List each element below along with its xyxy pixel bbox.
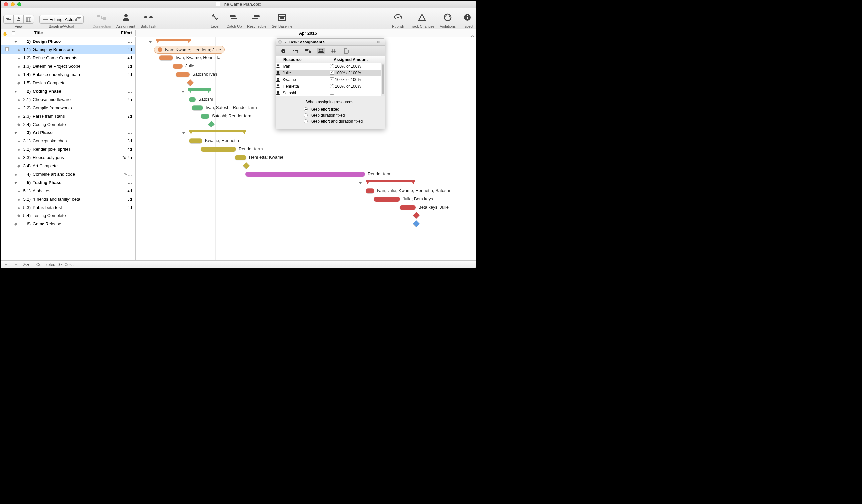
disclosure-icon[interactable] <box>11 114 20 119</box>
task-title[interactable]: Game Release <box>32 222 118 226</box>
task-effort[interactable]: 4d <box>118 188 135 193</box>
disclosure-icon[interactable] <box>11 130 20 135</box>
disclosure-icon[interactable] <box>11 197 20 201</box>
disclosure-icon[interactable] <box>11 180 20 185</box>
gantt-bar[interactable] <box>400 205 416 210</box>
task-title[interactable]: Determine Project Scope <box>32 64 118 69</box>
task-title[interactable]: Public beta test <box>32 205 118 210</box>
radio-icon[interactable] <box>304 119 308 123</box>
disclosure-icon[interactable] <box>11 147 20 152</box>
task-effort[interactable]: 2d <box>118 205 135 210</box>
baseline-dropdown[interactable]: Editing: Actual <box>39 15 84 24</box>
task-effort[interactable]: … <box>118 180 135 185</box>
task-effort[interactable]: … <box>118 39 135 44</box>
disclosure-icon[interactable] <box>11 138 20 143</box>
catch-up-button[interactable]: Catch Up <box>226 11 242 28</box>
task-title[interactable]: Refine Game Concepts <box>32 55 118 61</box>
task-row[interactable]: 1.2)Refine Game Concepts4d <box>1 54 135 62</box>
gantt-group-bar[interactable] <box>188 88 210 93</box>
task-effort[interactable]: 2d 4h <box>118 155 135 160</box>
task-title[interactable]: Testing Complete <box>32 213 118 218</box>
level-button[interactable]: Level <box>209 11 221 28</box>
title-column[interactable]: Title <box>17 30 111 36</box>
gantt-bar[interactable] <box>176 72 190 77</box>
inspect-button[interactable]: Inspect <box>461 11 473 28</box>
effort-column[interactable]: Effort <box>111 30 135 36</box>
split-task-button[interactable]: Split Task <box>141 11 156 28</box>
disclosure-icon[interactable] <box>11 172 20 177</box>
task-title[interactable]: Art Complete <box>32 163 118 168</box>
inspector-resource-row[interactable]: Ivan100% of 100% <box>276 63 381 70</box>
gantt-group-disclosure[interactable] <box>359 180 362 185</box>
task-row[interactable]: 5)Testing Phase… <box>1 178 135 187</box>
task-row[interactable]: 1)Design Phase… <box>1 37 135 45</box>
add-button[interactable]: ＋ <box>3 262 9 268</box>
publish-button[interactable]: Publish <box>392 11 404 28</box>
task-row[interactable]: 6)Game Release <box>1 220 135 228</box>
disclosure-icon[interactable] <box>11 39 20 44</box>
inspector-resource-list[interactable]: Ivan100% of 100%Julie100% of 100%Kwame10… <box>276 63 385 96</box>
gantt-bar[interactable] <box>173 64 183 69</box>
inspector-tab-assignments-icon[interactable] <box>317 48 325 54</box>
gantt-bar[interactable] <box>159 55 173 61</box>
task-row[interactable]: 5.3)Public beta test2d <box>1 203 135 212</box>
task-row[interactable]: 1.4)Balance underlying math2d <box>1 70 135 79</box>
task-effort[interactable]: 1d <box>118 64 135 69</box>
gantt-bar[interactable] <box>189 138 202 143</box>
resource-checkbox[interactable] <box>329 64 335 69</box>
disclosure-icon[interactable] <box>11 64 20 69</box>
inspector-close-icon[interactable] <box>278 40 282 44</box>
task-title[interactable]: Alpha test <box>32 188 118 193</box>
disclosure-icon[interactable] <box>11 105 20 110</box>
task-row[interactable]: 2)Coding Phase… <box>1 87 135 95</box>
inspector-col-resource[interactable]: Resource <box>276 57 329 62</box>
task-row[interactable]: 5.1)Alpha test4d <box>1 187 135 195</box>
gantt-bar[interactable] <box>235 155 246 160</box>
task-row[interactable]: 1.5)Design Complete <box>1 79 135 87</box>
task-row[interactable]: 3.4)Art Complete <box>1 162 135 170</box>
task-title[interactable]: Coding Phase <box>32 89 118 94</box>
disclosure-icon[interactable] <box>11 55 20 61</box>
disclosure-icon[interactable] <box>11 97 20 102</box>
inspector-opt-effort[interactable]: Keep effort fixed <box>280 106 380 112</box>
inspector-tab-notes-icon[interactable] <box>342 48 350 54</box>
gantt-bar[interactable] <box>374 197 400 201</box>
disclosure-icon[interactable] <box>11 213 20 218</box>
task-title[interactable]: Balance underlying math <box>32 72 118 77</box>
inspector-tab-info-icon[interactable] <box>279 48 287 54</box>
task-effort[interactable]: … <box>118 89 135 94</box>
gantt-group-disclosure[interactable] <box>182 89 184 94</box>
task-row[interactable]: 1.1)Gameplay Brainstorm2d <box>1 45 135 54</box>
gantt-milestone[interactable] <box>187 79 194 86</box>
inspector-tab-custom-icon[interactable] <box>330 48 338 54</box>
task-effort[interactable]: 4h <box>118 97 135 102</box>
task-effort[interactable]: 2d <box>118 72 135 77</box>
task-title[interactable]: Testing Phase <box>32 180 118 185</box>
inspector-opt-duration[interactable]: Keep duration fixed <box>280 112 380 118</box>
task-row[interactable]: 4)Combine art and code> … <box>1 170 135 178</box>
task-effort[interactable]: > … <box>118 172 135 177</box>
assignment-button[interactable]: Assignment <box>116 11 135 28</box>
disclosure-icon[interactable] <box>11 89 20 94</box>
gantt-bar[interactable] <box>245 172 365 177</box>
view-calendar-icon[interactable] <box>24 15 34 23</box>
radio-icon[interactable] <box>304 107 308 111</box>
radio-icon[interactable] <box>304 113 308 117</box>
task-effort[interactable]: 4d <box>118 55 135 61</box>
view-resource-icon[interactable] <box>14 15 24 23</box>
task-row[interactable]: 5.2)“Friends and family” beta3d <box>1 195 135 203</box>
task-effort[interactable]: 3d <box>118 197 135 201</box>
gantt-group-bar[interactable] <box>189 130 246 134</box>
inspector-resource-row[interactable]: Satoshi <box>276 90 381 96</box>
track-changes-button[interactable]: Track Changes <box>410 11 434 28</box>
disclosure-icon[interactable] <box>11 188 20 193</box>
disclosure-icon[interactable] <box>11 163 20 168</box>
view-gantt-icon[interactable] <box>4 15 14 23</box>
task-title[interactable]: Compile frameworks <box>32 105 118 110</box>
resource-checkbox[interactable] <box>329 91 335 96</box>
gantt-milestone[interactable] <box>243 162 250 169</box>
resource-checkbox[interactable] <box>329 71 335 76</box>
task-effort[interactable]: … <box>118 105 135 110</box>
reschedule-button[interactable]: Reschedule <box>247 11 266 28</box>
disclosure-icon[interactable] <box>11 155 20 160</box>
